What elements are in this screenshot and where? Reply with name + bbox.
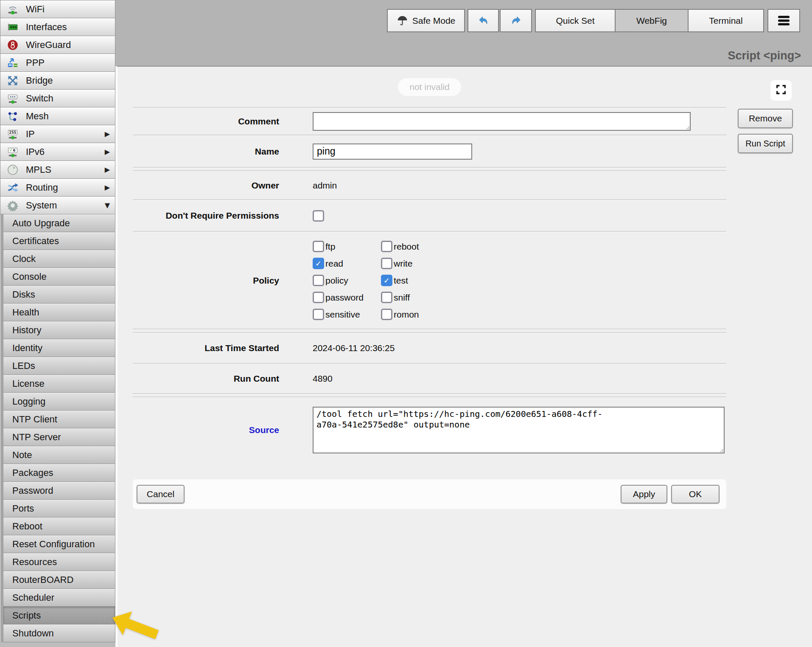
sidebar-item-history[interactable]: History [3,321,115,339]
sidebar-item-ntp-client[interactable]: NTP Client [3,410,115,428]
dont-require-permissions-row: Don't Require Permissions [133,200,726,231]
policy-row: Policy ftpreboot✓readwritepolicy✓testpas… [133,232,726,329]
checkbox-dont-require-permissions[interactable] [313,210,324,222]
sidebar-item-ports[interactable]: Ports [3,499,115,518]
remove-button[interactable]: Remove [738,109,793,128]
sidebar-item-health[interactable]: Health [3,303,115,321]
sidebar-item-bridge[interactable]: Bridge [0,71,115,90]
chevron-right-icon: ▶ [105,183,112,191]
sidebar-item-reboot[interactable]: Reboot [3,517,115,535]
last-time-started-row: Last Time Started 2024-06-11 20:36:25 [133,333,726,363]
checkbox-romon[interactable] [381,309,392,320]
toolbar: Safe Mode Quick Set WebFig Terminal [387,9,800,32]
sidebar-item-ntp-server[interactable]: NTP Server [3,428,115,446]
ip-icon: 255 [6,128,19,141]
sidebar-item-certificates[interactable]: Certificates [3,232,115,250]
svg-text:6: 6 [13,148,16,152]
redo-button[interactable] [500,9,532,32]
run-count-row: Run Count 4890 [133,364,726,393]
sidebar-item-wireguard[interactable]: WireGuard [0,36,115,54]
sidebar-item-logging[interactable]: Logging [3,392,115,411]
policy-checkbox-grid: ftpreboot✓readwritepolicy✓testpasswordsn… [313,241,419,320]
sidebar-item-resources[interactable]: Resources [3,553,115,571]
checkbox-ftp[interactable] [313,241,324,252]
bridge-icon [6,74,19,87]
annotation-arrow [107,610,162,643]
status-badge: not invalid [398,78,461,96]
source-input[interactable]: /tool fetch url="https://hc-ping.com/620… [313,407,725,453]
comment-input[interactable] [313,112,691,131]
policy-option-label: write [394,259,412,269]
sidebar-item-ppp[interactable]: PPP [0,53,115,72]
sidebar-item-reset-configuration[interactable]: Reset Configuration [3,535,115,553]
sidebar-item-ip[interactable]: 255IP▶ [0,125,115,143]
sidebar-item-clock[interactable]: Clock [3,250,115,268]
sidebar-item-switch[interactable]: Switch [0,89,115,107]
checkbox-read[interactable]: ✓ [313,258,324,269]
policy-label: Policy [133,276,279,286]
checkbox-write[interactable] [381,258,392,269]
sidebar-item-packages[interactable]: Packages [3,464,115,482]
run-script-button[interactable]: Run Script [738,134,793,153]
policy-option-label: policy [325,276,348,286]
name-input[interactable] [313,143,472,160]
cancel-button[interactable]: Cancel [137,485,185,504]
checkbox-reboot[interactable] [381,241,392,252]
owner-row: Owner admin [133,172,726,199]
sidebar-item-routerboard[interactable]: RouterBOARD [3,571,115,589]
sidebar-item-mesh[interactable]: Mesh [0,107,115,125]
mesh-icon [6,110,19,123]
checkbox-sniff[interactable] [381,292,392,303]
tab-terminal[interactable]: Terminal [688,9,764,32]
system-icon [6,199,19,212]
sidebar-item-scheduler[interactable]: Scheduler [3,588,115,607]
switch-icon [6,92,19,105]
ipv6-icon: ✓6 [6,146,19,158]
ok-button[interactable]: OK [671,485,720,504]
policy-option-label: ftp [325,242,335,252]
svg-text:255: 255 [9,130,17,135]
safe-mode-button[interactable]: Safe Mode [387,9,465,32]
redo-icon [510,15,522,26]
sidebar-item-mpls[interactable]: MPLS▶ [0,160,115,179]
tab-quick-set[interactable]: Quick Set [535,9,616,32]
sidebar-item-password[interactable]: Password [3,481,115,500]
policy-option-label: read [325,259,343,269]
status-badge-row: not invalid [133,67,726,107]
checkbox-test[interactable]: ✓ [381,275,392,286]
undo-button[interactable] [468,9,499,32]
sidebar-item-scripts[interactable]: Scripts [3,606,115,624]
sidebar-item-shutdown[interactable]: Shutdown [3,624,115,642]
sidebar-item-note[interactable]: Note [3,446,115,464]
divider [133,329,726,330]
wireguard-icon [6,39,19,51]
sidebar-item-identity[interactable]: Identity [3,339,115,357]
chevron-right-icon: ▶ [105,166,112,174]
last-time-started-label: Last Time Started [133,343,279,353]
checkbox-password[interactable] [313,292,324,303]
run-count-label: Run Count [133,374,279,384]
fullscreen-button[interactable] [770,80,792,101]
checkbox-sensitive[interactable] [313,309,324,320]
sidebar-item-label: IP [26,129,35,140]
sidebar-item-disks[interactable]: Disks [3,285,115,304]
umbrella-icon [397,15,408,26]
sidebar-item-routing[interactable]: Routing▶ [0,178,115,197]
form-action-bar: Cancel Apply OK [133,479,726,509]
checkbox-policy[interactable] [313,275,324,286]
sidebar-item-license[interactable]: License [3,374,115,393]
sidebar-item-ipv6[interactable]: ✓6IPv6▶ [0,143,115,161]
sidebar-item-leds[interactable]: LEDs [3,357,115,375]
sidebar-item-system[interactable]: System▼ [0,196,115,214]
sidebar-item-console[interactable]: Console [3,267,115,286]
sidebar-item-label: Mesh [26,111,49,122]
sidebar-item-wifi[interactable]: WiFi [0,0,115,18]
apply-button[interactable]: Apply [621,485,667,504]
hamburger-menu-button[interactable] [767,9,800,32]
tab-webfig[interactable]: WebFig [615,9,689,32]
sidebar-item-auto-upgrade[interactable]: Auto Upgrade [3,214,115,232]
source-label[interactable]: Source [133,425,279,435]
sidebar-item-interfaces[interactable]: Interfaces [0,18,115,36]
last-time-started-value: 2024-06-11 20:36:25 [313,343,395,353]
svg-text:✓: ✓ [9,148,13,152]
